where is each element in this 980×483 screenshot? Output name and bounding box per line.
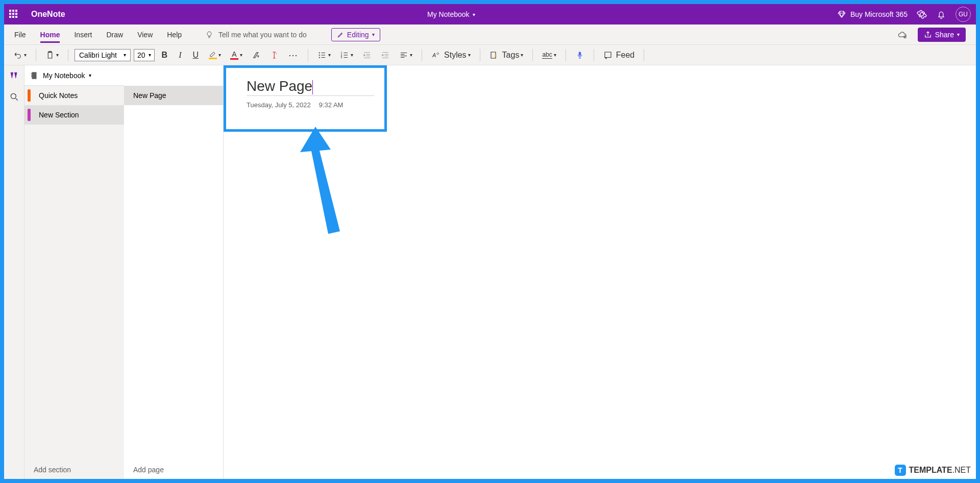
title-bar: OneNote My Notebook ▾ Buy Microsoft 365 …	[4, 4, 976, 25]
notebook-header-label: My Notebook	[43, 71, 85, 80]
clear-formatting-button[interactable]	[249, 49, 264, 62]
decrease-indent-button[interactable]	[359, 49, 375, 62]
watermark-suffix: .NET	[952, 466, 971, 474]
menu-help[interactable]: Help	[167, 27, 182, 43]
styles-button[interactable]: AStyles▾	[428, 49, 474, 62]
styles-label: Styles	[444, 51, 467, 60]
align-button[interactable]: ▾	[396, 49, 415, 62]
page-new-page[interactable]: New Page	[124, 86, 223, 105]
tags-button[interactable]: Tags▾	[486, 49, 527, 62]
font-family-select[interactable]: Calibri Light▾	[75, 49, 131, 61]
paste-button[interactable]: ▾	[42, 49, 62, 62]
watermark-logo: T	[895, 465, 906, 476]
app-name: OneNote	[31, 10, 65, 19]
text-cursor	[312, 80, 313, 94]
section-quick-notes[interactable]: Quick Notes	[24, 86, 124, 105]
note-title-input[interactable]: New Page	[247, 78, 374, 96]
spellcheck-button[interactable]: abc▾	[539, 49, 559, 61]
chevron-down-icon: ▾	[957, 32, 960, 37]
underline-button[interactable]: U	[188, 51, 203, 60]
bold-button[interactable]: B	[158, 51, 172, 60]
svg-text:3: 3	[341, 56, 342, 59]
menu-home[interactable]: Home	[40, 27, 60, 43]
watermark: T TEMPLATE.NET	[895, 465, 971, 476]
section-label: Quick Notes	[39, 91, 78, 100]
format-painter-button[interactable]	[267, 49, 282, 62]
svg-text:A: A	[432, 52, 436, 58]
settings-icon[interactable]	[917, 9, 927, 19]
bullet-list-button[interactable]: ▾	[314, 49, 334, 62]
note-title-container: New Page Tuesday, July 5, 2022 9:32 AM	[224, 65, 387, 132]
more-formatting-button[interactable]: ⋯	[285, 47, 302, 63]
dictate-button[interactable]	[572, 49, 587, 62]
numbered-list-button[interactable]: 123▾	[337, 49, 356, 62]
editing-mode-button[interactable]: Editing ▾	[331, 28, 380, 41]
page-label: New Page	[133, 91, 166, 100]
app-launcher-icon[interactable]	[9, 10, 18, 19]
notifications-icon[interactable]	[936, 9, 946, 19]
undo-button[interactable]: ▾	[10, 49, 30, 62]
font-color-button[interactable]: A▾	[227, 48, 246, 62]
buy-label: Buy Microsoft 365	[850, 10, 908, 18]
buy-microsoft-button[interactable]: Buy Microsoft 365	[837, 10, 908, 19]
sections-panel: My Notebook ▾ Quick Notes New Section	[24, 65, 124, 479]
feed-button[interactable]: Feed	[600, 49, 638, 62]
tags-label: Tags	[502, 51, 520, 60]
section-label: New Section	[39, 111, 79, 119]
diamond-icon	[837, 10, 846, 19]
pages-panel: New Page	[124, 65, 224, 479]
tell-me-placeholder: Tell me what you want to do	[218, 31, 307, 39]
section-color-tab	[28, 89, 31, 102]
note-date: Tuesday, July 5, 2022	[247, 101, 311, 109]
add-page-button[interactable]: Add page	[124, 461, 224, 479]
chevron-down-icon: ▾	[473, 12, 475, 17]
menu-bar: File Home Insert Draw View Help Tell me …	[4, 25, 976, 45]
notebook-icon	[30, 71, 39, 80]
navigation-rail	[4, 65, 24, 479]
font-name-value: Calibri Light	[79, 51, 117, 59]
share-label: Share	[935, 31, 954, 39]
svg-point-2	[319, 54, 320, 55]
menu-file[interactable]: File	[14, 27, 26, 43]
svg-point-1	[319, 52, 320, 53]
user-avatar[interactable]: GU	[955, 7, 971, 22]
chevron-down-icon: ▾	[89, 73, 91, 78]
menu-insert[interactable]: Insert	[74, 27, 92, 43]
share-button[interactable]: Share ▾	[918, 28, 966, 42]
share-icon	[924, 31, 932, 39]
notebook-name-label: My Notebook	[427, 10, 469, 18]
editing-label: Editing	[347, 31, 369, 39]
note-time: 9:32 AM	[319, 101, 344, 109]
note-canvas[interactable]: New Page Tuesday, July 5, 2022 9:32 AM	[224, 65, 976, 479]
section-color-tab	[28, 109, 31, 121]
search-icon[interactable]	[9, 92, 19, 102]
section-new-section[interactable]: New Section	[24, 105, 124, 125]
svg-point-8	[11, 93, 16, 99]
ribbon-toolbar: ▾ ▾ Calibri Light▾ 20▾ B I U ▾ A▾ ⋯ ▾ 12…	[4, 45, 976, 65]
feed-label: Feed	[616, 51, 634, 60]
menu-view[interactable]: View	[137, 27, 153, 43]
notebooks-icon[interactable]	[9, 70, 20, 82]
annotation-arrow	[300, 127, 361, 239]
notebook-selector[interactable]: My Notebook ▾	[24, 65, 124, 86]
italic-button[interactable]: I	[175, 51, 185, 60]
highlight-button[interactable]: ▾	[206, 49, 224, 61]
chevron-down-icon: ▾	[372, 32, 375, 37]
menu-draw[interactable]: Draw	[106, 27, 123, 43]
font-size-value: 20	[137, 51, 145, 59]
note-title-text: New Page	[247, 78, 312, 94]
svg-point-3	[319, 57, 320, 58]
lightbulb-icon	[205, 31, 213, 39]
increase-indent-button[interactable]	[378, 49, 393, 62]
add-section-button[interactable]: Add section	[24, 461, 124, 479]
notebook-dropdown[interactable]: My Notebook ▾	[65, 10, 837, 18]
pencil-icon	[337, 31, 344, 38]
tell-me-search[interactable]: Tell me what you want to do	[205, 31, 307, 39]
watermark-brand: TEMPLATE	[909, 466, 952, 474]
cloud-sync-icon[interactable]	[897, 30, 908, 40]
font-size-select[interactable]: 20▾	[134, 49, 155, 61]
